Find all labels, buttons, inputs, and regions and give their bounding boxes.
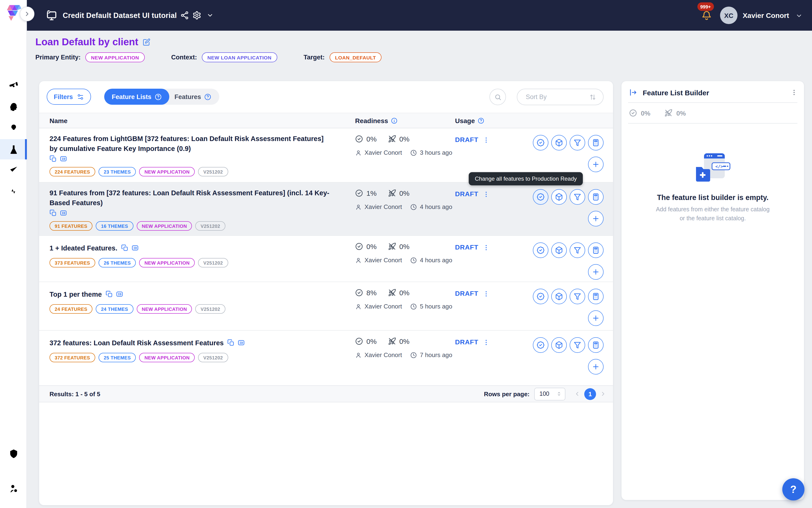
features-count-pill[interactable]: 373 FEATURES (49, 258, 95, 267)
themes-count-pill[interactable]: 26 THEMES (98, 258, 136, 267)
package-button[interactable] (551, 337, 567, 353)
package-button[interactable] (551, 189, 567, 205)
row-menu-icon[interactable] (483, 290, 490, 298)
add-to-builder-button[interactable] (588, 264, 603, 280)
compute-button[interactable] (588, 337, 603, 353)
filter-button[interactable] (570, 289, 585, 304)
primary-entity-pill[interactable]: NEW APPLICATION (85, 52, 145, 62)
package-button[interactable] (551, 289, 567, 304)
copy-icon[interactable] (49, 209, 57, 216)
copy-icon[interactable] (49, 155, 57, 162)
row-menu-icon[interactable] (483, 136, 490, 144)
context-pill[interactable]: NEW LOAN APPLICATION (201, 52, 277, 62)
bell-icon[interactable] (701, 10, 712, 21)
search-button[interactable] (490, 89, 506, 105)
builder-menu-icon[interactable] (791, 89, 797, 96)
table-row[interactable]: 1 + Ideated Features. 373 FEATURES 26 TH… (39, 236, 613, 282)
sidebar-expand-button[interactable] (20, 7, 35, 21)
sidebar-monitor-pulse-icon[interactable] (8, 186, 19, 196)
brand-logo-icon[interactable] (5, 4, 22, 22)
features-count-pill[interactable]: 24 FEATURES (49, 304, 93, 314)
gear-icon[interactable] (192, 11, 201, 20)
production-ready-button[interactable] (533, 135, 548, 151)
production-ready-button[interactable] (533, 243, 548, 258)
compute-button[interactable] (588, 189, 603, 205)
entity-pill[interactable]: NEW APPLICATION (137, 221, 192, 231)
sidebar-ai-brain-icon[interactable] (8, 101, 19, 112)
entity-pill[interactable]: NEW APPLICATION (139, 353, 195, 362)
catalog-chevron-down-icon[interactable] (207, 12, 214, 19)
copy-id-icon[interactable] (116, 291, 123, 298)
avatar[interactable]: XC (720, 7, 737, 24)
copy-icon[interactable] (228, 339, 235, 346)
sidebar-ideate-lightbulb-icon[interactable] (8, 123, 19, 133)
package-button[interactable] (551, 243, 567, 258)
help-button[interactable]: ? (782, 478, 805, 501)
catalog-title[interactable]: Credit Default Dataset UI tutorial (63, 11, 177, 20)
user-menu-chevron-down-icon[interactable] (796, 12, 803, 19)
copy-icon[interactable] (121, 244, 128, 251)
row-menu-icon[interactable] (483, 339, 490, 346)
user-name[interactable]: Xavier Conort (743, 11, 789, 19)
row-menu-icon[interactable] (483, 190, 490, 198)
add-to-builder-button[interactable] (588, 310, 603, 326)
add-to-builder-button[interactable] (588, 359, 603, 375)
version-pill[interactable]: V251202 (195, 304, 225, 314)
compute-button[interactable] (588, 289, 603, 304)
sidebar-user-search-icon[interactable] (8, 483, 19, 494)
add-to-builder-button[interactable] (588, 157, 603, 172)
filter-button[interactable] (570, 189, 585, 205)
features-count-pill[interactable]: 91 FEATURES (49, 221, 93, 231)
table-row[interactable]: Change all features to Production Ready … (39, 182, 613, 236)
features-count-pill[interactable]: 372 FEATURES (49, 353, 95, 362)
copy-icon[interactable] (106, 291, 113, 298)
help-circle-icon[interactable] (478, 117, 484, 124)
compute-button[interactable] (588, 135, 603, 151)
table-row[interactable]: 372 features: Loan Default Risk Assessme… (39, 331, 613, 385)
row-menu-icon[interactable] (483, 244, 490, 251)
themes-count-pill[interactable]: 16 THEMES (96, 221, 133, 231)
production-ready-button[interactable] (533, 289, 548, 304)
feature-list-name[interactable]: 91 Features from [372 features: Loan Def… (49, 188, 332, 208)
tab-features[interactable]: Features (168, 90, 218, 103)
column-header-usage[interactable]: Usage (455, 117, 508, 124)
features-count-pill[interactable]: 224 FEATURES (49, 167, 95, 176)
rows-per-page-select[interactable]: 100 (534, 387, 566, 400)
themes-count-pill[interactable]: 25 THEMES (98, 353, 136, 362)
feature-list-name[interactable]: Top 1 per theme (49, 291, 102, 298)
sidebar-governance-shield-icon[interactable] (8, 449, 19, 459)
version-pill[interactable]: V251202 (198, 353, 228, 362)
sidebar-approve-check-icon[interactable] (8, 164, 19, 174)
next-page-icon[interactable] (600, 390, 606, 397)
entity-pill[interactable]: NEW APPLICATION (139, 167, 195, 176)
filters-button[interactable]: Filters (47, 89, 91, 105)
sort-by-select[interactable]: Sort By (517, 89, 603, 105)
page-number-button[interactable]: 1 (584, 388, 596, 400)
entity-pill[interactable]: NEW APPLICATION (139, 258, 195, 267)
filter-button[interactable] (570, 337, 585, 353)
column-header-readiness[interactable]: Readiness (355, 117, 455, 124)
table-row[interactable]: Top 1 per theme 24 FEATURES 24 THEMES NE… (39, 282, 613, 331)
filter-button[interactable] (570, 135, 585, 151)
compute-button[interactable] (588, 243, 603, 258)
feature-list-name[interactable]: 224 Features from LightGBM [372 features… (49, 134, 332, 154)
package-button[interactable] (551, 135, 567, 151)
version-pill[interactable]: V251202 (195, 221, 225, 231)
production-ready-button[interactable] (533, 189, 548, 205)
sidebar-experiment-flask-icon[interactable] (8, 144, 19, 155)
copy-id-icon[interactable] (238, 339, 245, 346)
target-pill[interactable]: LOAN_DEFAULT (329, 52, 382, 62)
filter-button[interactable] (570, 243, 585, 258)
feature-list-name[interactable]: 1 + Ideated Features. (49, 244, 118, 252)
copy-id-icon[interactable] (132, 244, 139, 251)
version-pill[interactable]: V251202 (198, 258, 228, 267)
previous-page-icon[interactable] (574, 390, 581, 397)
add-to-builder-button[interactable] (588, 211, 603, 226)
info-icon[interactable] (391, 117, 398, 124)
sidebar-explore-telescope-icon[interactable] (8, 81, 19, 91)
version-pill[interactable]: V251202 (198, 167, 228, 176)
tab-feature-lists[interactable]: Feature Lists (104, 89, 169, 105)
share-icon[interactable] (180, 11, 189, 20)
themes-count-pill[interactable]: 23 THEMES (98, 167, 136, 176)
edit-title-icon[interactable] (142, 38, 150, 46)
